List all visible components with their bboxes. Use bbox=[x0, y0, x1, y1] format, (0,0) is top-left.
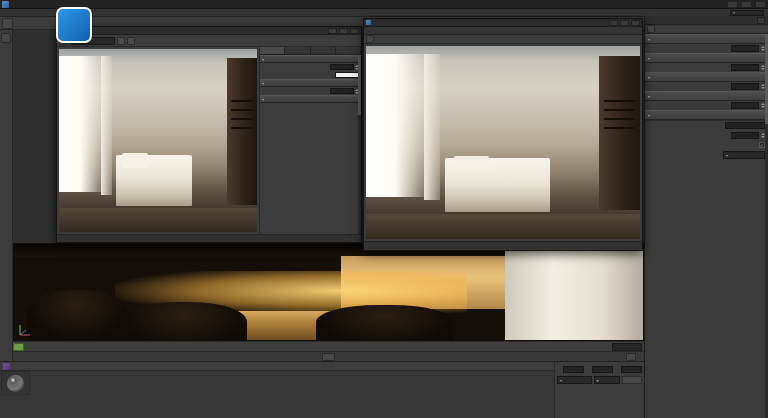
size-group bbox=[586, 364, 613, 374]
material-thumbnail[interactable] bbox=[1, 371, 30, 395]
color-tint-row bbox=[260, 71, 361, 79]
render-shelves bbox=[604, 100, 634, 102]
position-group bbox=[557, 364, 584, 374]
corona-param-row bbox=[645, 44, 768, 53]
param-value-field[interactable] bbox=[731, 64, 759, 71]
transport-button[interactable] bbox=[322, 353, 335, 361]
corona-panel-toolbar bbox=[645, 25, 768, 34]
side-toolbar-icon[interactable] bbox=[1, 33, 11, 43]
keyframe-icon[interactable] bbox=[626, 353, 636, 361]
layout-dropdown[interactable] bbox=[730, 10, 764, 16]
param-value-field[interactable] bbox=[731, 102, 759, 109]
tab-stats[interactable] bbox=[285, 47, 310, 54]
render-curtain bbox=[101, 56, 113, 195]
setting-dropdown[interactable] bbox=[723, 151, 765, 159]
material-manager bbox=[0, 361, 554, 418]
setting-value-field[interactable] bbox=[731, 132, 759, 139]
render-pillow bbox=[122, 153, 148, 168]
rotation-field[interactable] bbox=[621, 366, 642, 373]
maximize-button[interactable] bbox=[620, 20, 629, 26]
corona-param-row bbox=[645, 82, 768, 91]
corona-param-row bbox=[645, 101, 768, 110]
vfb-scrollbar[interactable] bbox=[358, 55, 361, 234]
watermark-logo bbox=[56, 7, 92, 43]
maximize-button[interactable] bbox=[339, 28, 348, 34]
viewport-canvas[interactable] bbox=[13, 243, 644, 341]
vfb-render-image[interactable] bbox=[59, 49, 257, 232]
corona-param-row bbox=[645, 63, 768, 72]
vfb-statusbar bbox=[57, 234, 361, 242]
section-vignette[interactable]: ▾ bbox=[645, 53, 768, 63]
rendered-interior bbox=[366, 46, 640, 239]
chevron-down-icon: ▾ bbox=[648, 113, 650, 118]
end-frame-field[interactable] bbox=[612, 343, 642, 351]
chevron-down-icon: ▾ bbox=[648, 75, 650, 80]
section-denoising[interactable]: ▾ bbox=[260, 95, 361, 103]
close-button[interactable] bbox=[631, 20, 640, 26]
section-tone-mapping[interactable]: ▾ bbox=[260, 55, 361, 63]
toolbar-icon[interactable] bbox=[2, 18, 13, 29]
render-shelves bbox=[231, 100, 253, 102]
coordinates-manager bbox=[554, 361, 644, 418]
minimize-button[interactable] bbox=[328, 28, 337, 34]
timeline-tick[interactable] bbox=[13, 342, 610, 351]
chevron-down-icon: ▾ bbox=[648, 94, 650, 99]
tab-lightmix[interactable] bbox=[336, 47, 361, 54]
axis-gizmo bbox=[18, 323, 32, 337]
resolution-row bbox=[645, 120, 768, 130]
position-field[interactable] bbox=[563, 366, 584, 373]
color-tint-swatch[interactable] bbox=[335, 72, 359, 78]
size-field[interactable] bbox=[592, 366, 613, 373]
tab-history[interactable] bbox=[311, 47, 336, 54]
vfb-param-row bbox=[260, 87, 361, 95]
coord-mode-dropdown[interactable] bbox=[557, 376, 592, 384]
position-row bbox=[557, 365, 584, 374]
pv-render-image[interactable] bbox=[366, 46, 640, 239]
material-menubar bbox=[0, 362, 554, 371]
vfb-toolbar bbox=[57, 35, 361, 47]
close-icon[interactable] bbox=[757, 17, 765, 24]
section-tone-mapping[interactable]: ▾ bbox=[645, 34, 768, 44]
chevron-down-icon: ▾ bbox=[648, 37, 650, 42]
pv-statusbar bbox=[364, 241, 642, 250]
chevron-down-icon: ▾ bbox=[262, 57, 264, 62]
viewport-chair bbox=[316, 305, 454, 341]
timeline-ruler[interactable] bbox=[13, 342, 610, 351]
coord-space-dropdown[interactable] bbox=[594, 376, 620, 384]
section-denoising[interactable]: ▾ bbox=[645, 91, 768, 101]
param-value-field[interactable] bbox=[330, 64, 354, 70]
vfb-titlebar bbox=[57, 27, 361, 35]
project-setting-row bbox=[645, 130, 768, 140]
close-button[interactable] bbox=[755, 1, 766, 8]
minimize-button[interactable] bbox=[609, 20, 618, 26]
project-select-row bbox=[645, 150, 768, 160]
vfb-side-panel: ▾ ▾ ▾ bbox=[259, 47, 361, 234]
titlebar bbox=[0, 0, 768, 9]
close-button[interactable] bbox=[350, 28, 359, 34]
section-bloom-glare[interactable]: ▾ bbox=[260, 79, 361, 87]
param-value-field[interactable] bbox=[731, 45, 759, 52]
resolution-value bbox=[725, 122, 765, 129]
stop-button[interactable] bbox=[117, 37, 125, 45]
render-button[interactable] bbox=[127, 37, 135, 45]
corona-panel-titlebar bbox=[645, 16, 768, 25]
pv-titlebar bbox=[364, 19, 642, 27]
timeline bbox=[13, 341, 644, 351]
corona-toolbar-icon[interactable] bbox=[647, 25, 655, 33]
viewport-chair bbox=[121, 302, 247, 341]
picture-viewer-window bbox=[363, 18, 643, 251]
maximize-button[interactable] bbox=[741, 1, 752, 8]
material-grid bbox=[0, 371, 554, 395]
pv-menubar bbox=[364, 27, 642, 35]
section-info[interactable]: ▾ bbox=[645, 110, 768, 120]
transport-bar bbox=[13, 351, 644, 361]
minimize-button[interactable] bbox=[727, 1, 738, 8]
keyframe-buttons bbox=[626, 353, 636, 361]
param-value-field[interactable] bbox=[330, 88, 354, 94]
pv-toolbar-icon[interactable] bbox=[366, 35, 374, 43]
pv-toolbar bbox=[364, 35, 642, 44]
apply-button[interactable] bbox=[622, 376, 642, 384]
tab-post[interactable] bbox=[260, 47, 285, 54]
param-value-field[interactable] bbox=[731, 83, 759, 90]
section-bloom-glare[interactable]: ▾ bbox=[645, 72, 768, 82]
